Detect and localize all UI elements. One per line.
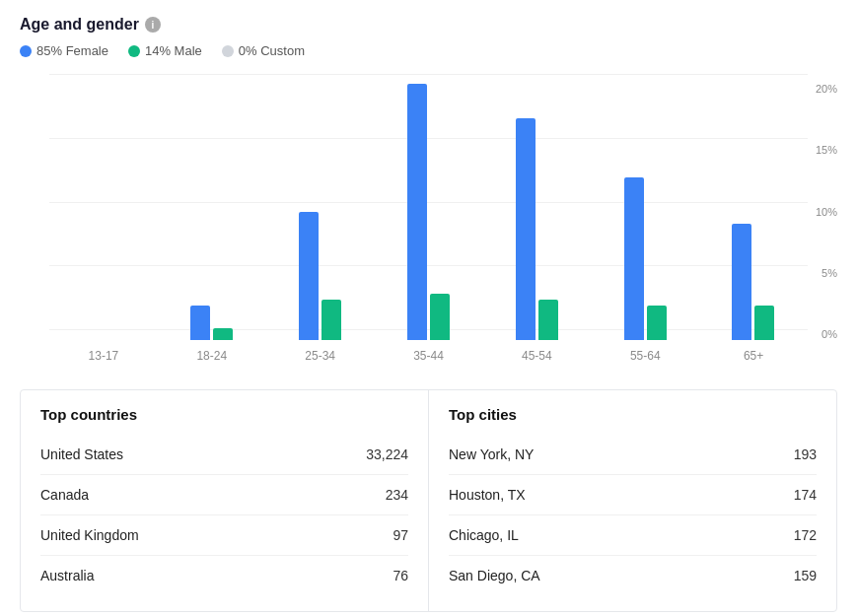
city-name: Houston, TX	[449, 487, 526, 503]
male-bar	[538, 300, 558, 340]
y-label-0: 0%	[821, 329, 837, 340]
bar-group-55-64	[624, 177, 667, 340]
section-title-text: Age and gender	[20, 16, 139, 34]
city-row: New York, NY193	[449, 435, 817, 475]
grid-line	[49, 74, 808, 75]
x-label-18-24: 18-24	[158, 349, 266, 363]
legend-male: 14% Male	[128, 43, 202, 58]
country-row: Canada234	[40, 475, 408, 515]
legend-custom: 0% Custom	[222, 43, 305, 58]
bar-pair	[299, 212, 341, 340]
country-row: United States33,224	[40, 435, 408, 475]
legend: 85% Female 14% Male 0% Custom	[20, 43, 837, 58]
male-label: 14% Male	[145, 43, 202, 58]
bar-group-35-44	[407, 84, 450, 340]
bottom-section: Top countries United States33,224Canada2…	[20, 389, 837, 612]
bar-group-45-54	[516, 118, 558, 340]
country-value: 76	[393, 568, 408, 583]
y-label-5: 5%	[821, 268, 837, 279]
country-value: 97	[393, 527, 408, 543]
city-value: 174	[794, 487, 817, 503]
countries-title: Top countries	[40, 406, 408, 423]
cities-list: New York, NY193Houston, TX174Chicago, IL…	[449, 435, 817, 595]
bar-pair	[516, 118, 558, 340]
y-axis: 20% 15% 10% 5% 0%	[816, 84, 837, 340]
chart-area: 13-1718-2425-3435-4445-5455-6465+	[20, 74, 808, 370]
city-value: 172	[794, 527, 817, 543]
city-row: Houston, TX174	[449, 475, 817, 515]
info-icon[interactable]: i	[145, 17, 161, 33]
female-bar	[190, 306, 210, 340]
x-label-35-44: 35-44	[375, 349, 483, 363]
top-cities-panel: Top cities New York, NY193Houston, TX174…	[429, 390, 836, 611]
bar-group-18-24	[190, 306, 233, 340]
main-container: Age and gender i 85% Female 14% Male 0% …	[0, 0, 857, 616]
male-bar	[647, 306, 667, 340]
country-name: United Kingdom	[40, 527, 139, 543]
city-row: Chicago, IL172	[449, 515, 817, 556]
country-value: 33,224	[366, 446, 408, 462]
y-label-10: 10%	[816, 207, 837, 218]
female-dot	[20, 45, 32, 57]
x-label-25-34: 25-34	[266, 349, 375, 363]
bar-pair	[732, 224, 774, 340]
chart-section: 13-1718-2425-3435-4445-5455-6465+ 20% 15…	[20, 74, 837, 370]
bar-group-25-34	[299, 212, 341, 340]
female-bar	[732, 224, 751, 340]
country-row: United Kingdom97	[40, 515, 408, 556]
bar-pair	[407, 84, 450, 340]
custom-label: 0% Custom	[239, 43, 305, 58]
cities-title: Top cities	[449, 406, 817, 423]
city-name: New York, NY	[449, 446, 534, 462]
countries-list: United States33,224Canada234United Kingd…	[40, 435, 408, 595]
city-name: San Diego, CA	[449, 568, 540, 583]
custom-dot	[222, 45, 234, 57]
city-value: 159	[794, 568, 817, 583]
city-row: San Diego, CA159	[449, 556, 817, 595]
x-label-65+: 65+	[699, 349, 808, 363]
bar-pair	[190, 306, 233, 340]
country-value: 234	[386, 487, 408, 503]
female-bar	[624, 177, 644, 340]
x-label-45-54: 45-54	[482, 349, 591, 363]
top-countries-panel: Top countries United States33,224Canada2…	[21, 390, 429, 611]
section-header: Age and gender i	[20, 16, 837, 34]
city-name: Chicago, IL	[449, 527, 519, 543]
country-name: Canada	[40, 487, 89, 503]
x-label-13-17: 13-17	[49, 349, 158, 363]
female-bar	[407, 84, 427, 340]
bar-pair	[624, 177, 667, 340]
x-axis-labels: 13-1718-2425-3435-4445-5455-6465+	[49, 342, 808, 370]
female-bar	[299, 212, 319, 340]
male-bar	[213, 328, 233, 340]
city-value: 193	[794, 446, 817, 462]
x-label-55-64: 55-64	[591, 349, 699, 363]
bar-group-65+	[732, 224, 774, 340]
female-label: 85% Female	[36, 43, 108, 58]
female-bar	[516, 118, 536, 340]
male-bar	[754, 306, 774, 340]
bars-container	[49, 84, 808, 340]
country-name: Australia	[40, 568, 94, 583]
y-label-20: 20%	[816, 84, 837, 95]
country-name: United States	[40, 446, 123, 462]
country-row: Australia76	[40, 556, 408, 595]
male-bar	[430, 294, 450, 340]
male-dot	[128, 45, 140, 57]
y-label-15: 15%	[816, 145, 837, 156]
legend-female: 85% Female	[20, 43, 108, 58]
male-bar	[321, 300, 341, 340]
